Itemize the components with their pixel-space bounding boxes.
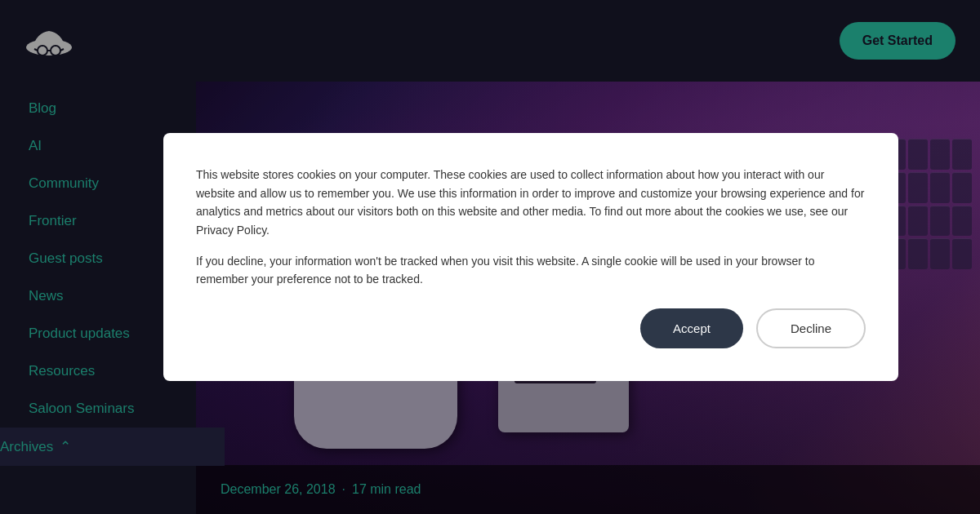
cookie-modal: This website stores cookies on your comp… (163, 133, 898, 380)
cookie-modal-overlay: This website stores cookies on your comp… (0, 0, 980, 514)
cookie-buttons: Accept Decline (196, 308, 866, 348)
cookie-text-primary: This website stores cookies on your comp… (196, 166, 866, 239)
cookie-text-secondary: If you decline, your information won't b… (196, 252, 866, 289)
accept-button[interactable]: Accept (640, 308, 743, 348)
decline-button[interactable]: Decline (756, 308, 866, 348)
